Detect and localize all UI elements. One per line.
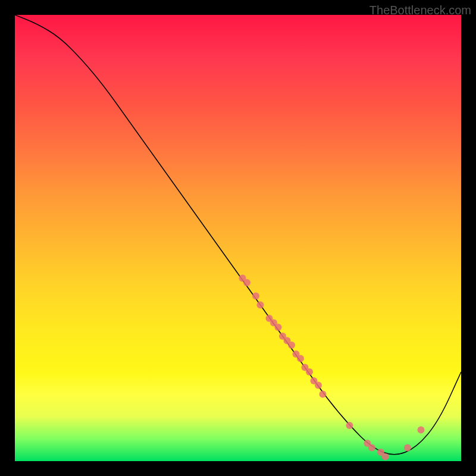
watermark-text: TheBottleneck.com — [369, 4, 471, 17]
data-marker — [404, 444, 411, 452]
chart-svg — [15, 15, 461, 461]
data-marker — [368, 444, 375, 452]
data-marker — [288, 342, 295, 349]
data-marker — [257, 302, 264, 309]
chart-plot-area — [15, 15, 461, 461]
data-marker — [275, 324, 282, 331]
data-marker — [346, 422, 353, 429]
data-marker — [243, 279, 250, 286]
data-marker — [315, 382, 322, 389]
data-marker — [382, 453, 389, 461]
data-markers — [239, 275, 425, 461]
bottleneck-curve — [15, 15, 461, 455]
data-marker — [306, 368, 313, 375]
data-marker — [320, 391, 327, 398]
data-marker — [418, 427, 425, 434]
data-marker — [252, 293, 259, 300]
data-marker — [297, 355, 304, 362]
